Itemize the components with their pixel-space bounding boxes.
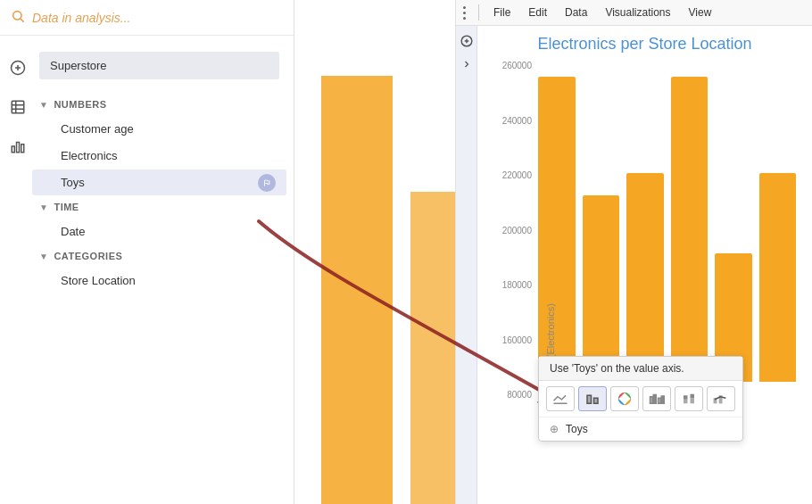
- sidebar-content: Superstore ▼ NUMBERS Customer age Electr…: [0, 36, 294, 504]
- numbers-section-header[interactable]: ▼ NUMBERS: [25, 94, 294, 115]
- bar-group-6[interactable]: [759, 61, 797, 382]
- svg-rect-9: [12, 146, 14, 153]
- dot3: [463, 17, 466, 20]
- chart-area: Electronics per Store Location 260000 24…: [477, 26, 812, 504]
- field-customer-age[interactable]: Customer age: [32, 116, 286, 142]
- field-store-location[interactable]: Store Location: [32, 268, 286, 293]
- time-label: TIME: [54, 202, 79, 212]
- y-axis: 260000 240000 220000 200000 180000 16000…: [486, 61, 535, 400]
- svg-point-0: [13, 12, 21, 20]
- tooltip-color-btn[interactable]: [610, 386, 639, 411]
- svg-rect-20: [653, 395, 656, 404]
- categories-section-header[interactable]: ▼ CATEGORIES: [25, 245, 294, 267]
- add-icon[interactable]: [7, 57, 29, 78]
- tooltip-row-label: Toys: [566, 423, 588, 435]
- svg-rect-24: [684, 395, 688, 400]
- time-chevron: ▼: [39, 202, 48, 212]
- bar-group-4[interactable]: [671, 61, 708, 382]
- chart-background: [294, 0, 455, 504]
- dot2: [463, 12, 466, 14]
- bar-group-2[interactable]: [583, 61, 620, 382]
- right-toolbar: File Edit Data Visualizations View: [456, 0, 812, 26]
- y-label-180000: 180000: [502, 280, 532, 290]
- drag-handle[interactable]: [258, 174, 276, 192]
- svg-rect-19: [650, 397, 653, 404]
- bg-bar-1: [321, 76, 393, 504]
- toys-label: Toys: [61, 176, 85, 189]
- tooltip-icons-row: [539, 381, 742, 417]
- right-main: Electronics per Store Location 260000 24…: [456, 26, 812, 504]
- bar-2[interactable]: [583, 195, 620, 382]
- svg-rect-5: [12, 101, 24, 113]
- tooltip-bar-single-btn[interactable]: [578, 386, 607, 411]
- dot1: [463, 6, 466, 9]
- left-panel: Data in analysis...: [0, 0, 455, 504]
- date-label: Date: [61, 225, 85, 238]
- y-label-160000: 160000: [502, 335, 532, 345]
- svg-rect-21: [659, 398, 661, 403]
- bg-bar-2: [410, 192, 455, 504]
- toolbar-divider-1: [478, 4, 479, 21]
- toolbar-menu-icon[interactable]: [463, 6, 466, 20]
- toolbar-data[interactable]: Data: [558, 4, 594, 21]
- y-label-200000: 200000: [502, 226, 532, 235]
- svg-rect-11: [21, 145, 24, 153]
- tooltip-header: Use 'Toys' on the value axis.: [539, 357, 742, 381]
- customer-age-label: Customer age: [61, 122, 134, 136]
- svg-rect-25: [691, 398, 695, 403]
- svg-rect-10: [17, 143, 20, 153]
- svg-rect-22: [661, 396, 664, 403]
- svg-rect-17: [594, 398, 599, 403]
- chart-title: Electronics per Store Location: [486, 35, 803, 54]
- search-icon: [11, 9, 25, 26]
- datasource-selector[interactable]: Superstore: [39, 52, 279, 79]
- table-icon[interactable]: [7, 96, 29, 118]
- bar-1[interactable]: [538, 77, 576, 382]
- store-location-label: Store Location: [61, 274, 136, 287]
- search-placeholder: Data in analysis...: [32, 11, 131, 25]
- strip-add-btn[interactable]: [459, 33, 475, 49]
- bar-group-5[interactable]: [715, 61, 752, 382]
- chart-sidebar-strip: [456, 26, 477, 504]
- tooltip-grouped-bars-btn[interactable]: [642, 386, 671, 411]
- y-label-240000: 240000: [502, 116, 532, 126]
- bar-4[interactable]: [671, 77, 708, 382]
- bar-6[interactable]: [759, 173, 797, 382]
- svg-line-1: [21, 19, 24, 22]
- y-label-260000: 260000: [502, 61, 532, 70]
- svg-rect-26: [691, 394, 695, 399]
- time-section-header[interactable]: ▼ TIME: [25, 196, 294, 218]
- tooltip-row-icon: ⊕: [550, 423, 559, 435]
- right-panel: File Edit Data Visualizations View El: [455, 0, 812, 504]
- toolbar-edit[interactable]: Edit: [521, 4, 554, 21]
- toolbar-visualizations[interactable]: Visualizations: [598, 4, 677, 21]
- tooltip-stacked-bars-btn[interactable]: [675, 386, 703, 411]
- strip-arrow-btn[interactable]: [459, 56, 475, 72]
- tooltip-popup: Use 'Toys' on the value axis.: [538, 356, 743, 442]
- field-toys[interactable]: Toys: [32, 169, 286, 195]
- numbers-label: NUMBERS: [54, 99, 106, 110]
- categories-label: CATEGORIES: [54, 251, 122, 261]
- y-label-80000: 80000: [507, 390, 532, 400]
- bars-area: [538, 61, 796, 382]
- search-bar[interactable]: Data in analysis...: [0, 0, 294, 36]
- sidebar: Data in analysis...: [0, 0, 294, 504]
- toolbar-view[interactable]: View: [682, 4, 719, 21]
- y-label-220000: 220000: [502, 170, 532, 180]
- categories-chevron: ▼: [39, 252, 48, 261]
- electronics-label: Electronics: [61, 149, 118, 162]
- bar-3[interactable]: [626, 173, 664, 382]
- toolbar-file[interactable]: File: [486, 4, 518, 21]
- svg-rect-16: [587, 395, 592, 403]
- bar-group-3[interactable]: [626, 61, 664, 382]
- svg-rect-23: [684, 400, 688, 404]
- tooltip-row-toys[interactable]: ⊕ Toys: [539, 417, 742, 441]
- chart-container: 260000 240000 220000 200000 180000 16000…: [486, 61, 803, 400]
- numbers-chevron: ▼: [39, 100, 48, 110]
- bar-group-1[interactable]: [538, 61, 576, 382]
- bar-chart-icon[interactable]: [7, 136, 29, 157]
- field-electronics[interactable]: Electronics: [32, 143, 286, 169]
- tooltip-combo-btn[interactable]: [707, 386, 735, 411]
- field-date[interactable]: Date: [32, 219, 286, 244]
- tooltip-line-chart-btn[interactable]: [546, 386, 575, 411]
